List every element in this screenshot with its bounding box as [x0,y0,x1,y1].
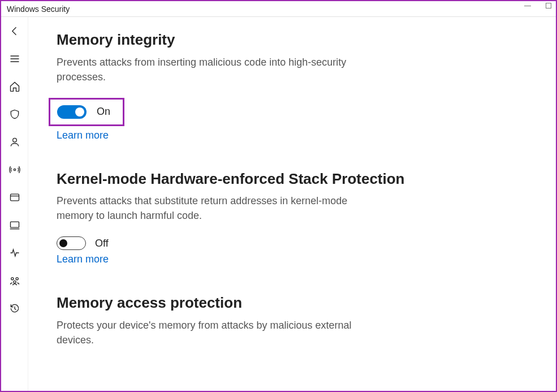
device-security-icon[interactable] [8,219,21,231]
history-icon[interactable] [8,302,21,315]
memory-integrity-toggle[interactable] [57,105,87,119]
memory-integrity-learn-more[interactable]: Learn more [57,130,109,141]
menu-icon[interactable] [8,53,21,65]
memory-integrity-highlight: On [49,98,124,126]
kernel-stack-toggle-row: Off [57,236,511,250]
heading-memory-integrity: Memory integrity [57,31,511,49]
heading-kernel-stack: Kernel-mode Hardware-enforced Stack Prot… [57,170,511,188]
family-icon[interactable] [8,274,21,287]
svg-rect-2 [10,194,19,201]
svg-point-0 [12,138,16,142]
window-title: Windows Security [7,5,70,14]
heading-memory-access: Memory access protection [57,294,511,312]
minimize-icon[interactable] [524,6,531,6]
shield-icon[interactable] [8,108,21,120]
app-browser-icon[interactable] [8,191,21,204]
kernel-stack-toggle-label: Off [95,238,109,249]
home-icon[interactable] [8,80,21,93]
memory-integrity-toggle-label: On [97,106,110,118]
kernel-stack-learn-more[interactable]: Learn more [57,253,109,265]
svg-rect-3 [10,222,19,227]
window-controls [524,3,551,8]
content-area: Memory integrity Prevents attacks from i… [28,17,556,391]
kernel-stack-toggle[interactable] [57,236,86,250]
sidebar [1,17,28,391]
titlebar: Windows Security [1,1,556,17]
svg-point-4 [11,278,13,280]
desc-kernel-stack: Prevents attacks that substitute return … [57,193,373,223]
account-icon[interactable] [8,136,21,148]
desc-memory-integrity: Prevents attacks from inserting maliciou… [57,55,373,84]
device-performance-icon[interactable] [8,247,21,259]
firewall-icon[interactable] [8,163,21,176]
maximize-icon[interactable] [546,3,551,8]
section-memory-access: Memory access protection Protects your d… [57,294,511,347]
svg-point-1 [14,169,15,170]
back-icon[interactable] [8,25,21,37]
svg-point-6 [13,281,15,283]
section-memory-integrity: Memory integrity Prevents attacks from i… [57,31,511,163]
section-kernel-stack: Kernel-mode Hardware-enforced Stack Prot… [57,170,511,287]
svg-point-5 [16,278,18,280]
desc-memory-access: Protects your device's memory from attac… [57,318,373,347]
